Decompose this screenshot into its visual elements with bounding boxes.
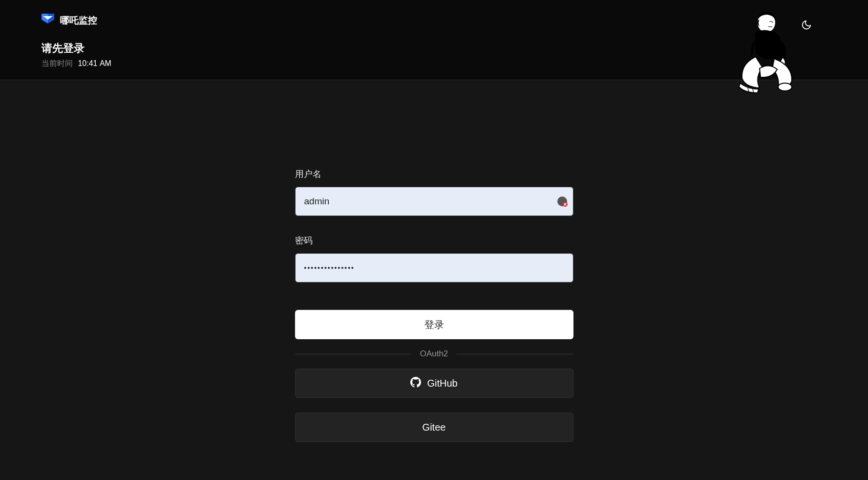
password-label: 密码: [295, 235, 573, 246]
login-main: 用户名 密码 登录 OAuth2: [0, 80, 868, 457]
gitee-button-label: Gitee: [423, 422, 446, 433]
username-field-group: 用户名: [295, 168, 573, 216]
brand: 哪吒监控: [42, 14, 826, 27]
theme-toggle-button[interactable]: [801, 20, 812, 32]
github-oauth-button[interactable]: GitHub: [295, 369, 573, 398]
username-input-wrapper: [295, 187, 573, 216]
gitee-oauth-button[interactable]: Gitee: [295, 413, 573, 442]
svg-point-4: [778, 83, 792, 91]
current-time-row: 当前时间 10:41 AM: [42, 59, 826, 69]
sitting-person-illustration: [731, 10, 800, 95]
github-button-label: GitHub: [427, 378, 457, 389]
username-label: 用户名: [295, 168, 573, 180]
username-input[interactable]: [295, 187, 573, 216]
login-button[interactable]: 登录: [295, 310, 573, 339]
time-label: 当前时间: [42, 59, 73, 67]
moon-icon: [801, 20, 812, 30]
oauth-divider-label: OAuth2: [420, 349, 448, 359]
login-form: 用户名 密码 登录 OAuth2: [295, 168, 573, 457]
oauth-divider: OAuth2: [295, 349, 573, 359]
time-value: 10:41 AM: [78, 59, 111, 67]
login-heading: 请先登录: [42, 41, 826, 56]
password-manager-icon[interactable]: [557, 196, 568, 207]
brand-name: 哪吒监控: [60, 14, 97, 27]
password-field-group: 密码: [295, 235, 573, 283]
nezha-logo-icon: [42, 14, 54, 27]
github-icon: [410, 377, 421, 390]
password-input[interactable]: [295, 253, 573, 283]
